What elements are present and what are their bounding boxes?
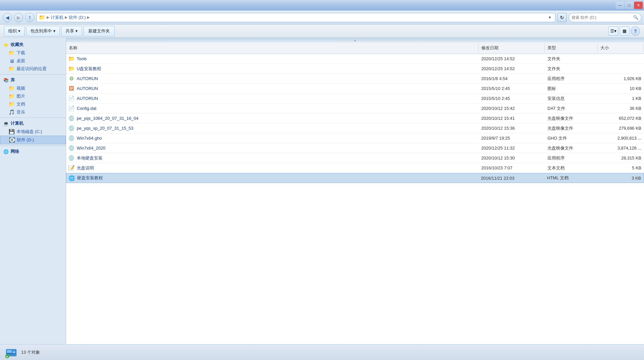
sidebar-section-computer-header[interactable]: 💻 计算机 [0, 119, 66, 128]
new-folder-label: 新建文件夹 [88, 28, 110, 34]
close-button[interactable]: ✕ [634, 2, 643, 9]
file-name-cell: 📄 AUTORUN [66, 95, 479, 102]
file-name: 硬盘安装教程 [77, 175, 103, 181]
file-name: 光盘说明 [77, 165, 94, 171]
file-name-cell: 📄 Config.dat [66, 105, 479, 112]
file-type-icon: 🌐 [68, 175, 75, 181]
sidebar-section-library-header[interactable]: 📚 库 [0, 76, 66, 84]
file-name-cell: 📝 光盘说明 [66, 165, 479, 171]
file-date: 2015/5/10 2:45 [479, 96, 545, 101]
organize-button[interactable]: 组织 ▾ [4, 26, 25, 36]
table-row[interactable]: 🌐 硬盘安装教程 2016/11/21 22:03 HTML 文档 3 KB [66, 173, 644, 183]
file-date: 2015/5/10 2:45 [479, 86, 545, 91]
docs-icon: 📁 [9, 101, 15, 107]
breadcrumb-drive[interactable]: 软件 (D:) [69, 15, 86, 21]
file-date: 2020/10/12 15:41 [479, 116, 545, 121]
table-row[interactable]: 📁 U盘安装教程 2020/12/25 14:52 文件夹 [66, 64, 644, 74]
breadcrumb-computer[interactable]: 计算机 [51, 15, 64, 21]
file-type-icon: 💿 [68, 115, 75, 122]
file-date: 2020/10/12 15:36 [479, 126, 545, 131]
table-row[interactable]: 💿 本地硬盘安装 2020/10/12 15:30 应用程序 28,315 KB [66, 153, 644, 163]
sidebar-item-recent[interactable]: 📁 最近访问的位置 [0, 65, 66, 73]
library-label: 库 [11, 77, 15, 83]
video-icon: 📁 [9, 85, 15, 91]
file-name: Config.dat [77, 106, 96, 111]
view-dropdown-button[interactable]: ☰▾ [608, 26, 618, 36]
table-row[interactable]: 💿 Win7x64.gho 2019/9/7 19:25 GHO 文件 2,90… [66, 133, 644, 143]
sidebar-item-video[interactable]: 📁 视频 [0, 84, 66, 92]
col-header-name[interactable]: 名称 [66, 44, 479, 52]
computer-icon: 💻 [3, 121, 9, 126]
search-bar[interactable]: 🔍 [569, 13, 641, 22]
sidebar-item-music[interactable]: 🎵 音乐 [0, 108, 66, 116]
maximize-button[interactable]: □ [625, 2, 633, 9]
status-disk-icon: R [5, 346, 17, 358]
window-controls: ─ □ ✕ [616, 2, 643, 9]
sidebar-item-desktop[interactable]: 🖥 桌面 [0, 57, 66, 65]
table-row[interactable]: 📁 Tools 2020/12/25 14:52 文件夹 [66, 54, 644, 64]
library-arrow: ▾ [53, 28, 56, 33]
file-name: 本地硬盘安装 [77, 155, 103, 161]
status-text: 13 个对象 [21, 349, 40, 355]
computer-label: 计算机 [11, 120, 23, 126]
new-folder-button[interactable]: 新建文件夹 [83, 26, 115, 36]
docs-label: 文档 [17, 101, 25, 107]
file-type-icon: 💿 [68, 155, 75, 161]
file-size: 3 KB [597, 176, 644, 181]
table-row[interactable]: 💿 pe_yqs_1064_20_07_31_16_04 2020/10/12 … [66, 113, 644, 123]
breadcrumb-dropdown[interactable]: ▾ [546, 14, 553, 21]
add-to-library-button[interactable]: 包含到库中 ▾ [26, 26, 60, 36]
pictures-label: 图片 [17, 93, 25, 99]
address-bar: ◀ ▶ ⇧ 📁 ▶ 计算机 ▶ 软件 (D:) ▶ ▾ ↻ 🔍 [0, 11, 644, 24]
sidebar-item-docs[interactable]: 📁 文档 [0, 100, 66, 108]
sidebar-item-downloads[interactable]: 📁 下载 [0, 49, 66, 57]
table-row[interactable]: ⚙ AUTORUN 2016/1/8 4:54 应用程序 1,926 KB [66, 74, 644, 84]
table-row[interactable]: 🖼 AUTORUN 2015/5/10 2:45 图标 10 KB [66, 84, 644, 94]
table-row[interactable]: 💿 pe_yqs_xp_20_07_31_15_53 2020/10/12 15… [66, 123, 644, 133]
file-type-icon: 📄 [68, 95, 75, 102]
favorites-icon: ⭐ [3, 42, 9, 47]
back-button[interactable]: ◀ [3, 13, 12, 22]
file-size: 3,874,126 ... [598, 146, 644, 151]
file-name-cell: 💿 pe_yqs_xp_20_07_31_15_53 [66, 125, 479, 132]
search-input[interactable] [572, 15, 632, 20]
file-name-cell: 🖼 AUTORUN [66, 85, 479, 92]
minimize-button[interactable]: ─ [616, 2, 624, 9]
sidebar-item-local-c[interactable]: 💾 本地磁盘 (C:) [0, 128, 66, 136]
breadcrumb-sep3: ▶ [87, 15, 90, 20]
sidebar-section-favorites-header[interactable]: ⭐ 收藏夹 [0, 40, 66, 49]
folder-icon: 📁 [39, 14, 45, 21]
file-name: Win7x64.gho [77, 136, 102, 141]
file-type: 安装信息 [545, 96, 598, 102]
file-type-icon: 💿 [68, 125, 75, 132]
col-header-size[interactable]: 大小 [598, 44, 644, 52]
file-name-cell: 💿 Win7x64.gho [66, 135, 479, 142]
col-header-date[interactable]: 修改日期 [479, 44, 545, 52]
file-name-cell: 💿 本地硬盘安装 [66, 155, 479, 161]
help-button[interactable]: ? [631, 26, 640, 36]
sidebar-item-local-d[interactable]: 💽 软件 (D:) [0, 136, 66, 144]
file-type-icon: 💿 [68, 135, 75, 142]
share-button[interactable]: 共享 ▾ [61, 26, 82, 36]
file-rows-container: 📁 Tools 2020/12/25 14:52 文件夹 📁 U盘安装教程 20… [66, 54, 644, 183]
organize-arrow: ▾ [18, 28, 21, 33]
sidebar-section-library: 📚 库 📁 视频 📁 图片 📁 文档 🎵 音乐 [0, 76, 66, 116]
file-type: 光盘映像文件 [545, 145, 598, 151]
toolbar: 组织 ▾ 包含到库中 ▾ 共享 ▾ 新建文件夹 ☰▾ ▦ ? [0, 24, 644, 38]
breadcrumb-bar: 📁 ▶ 计算机 ▶ 软件 (D:) ▶ ▾ [36, 13, 555, 22]
sidebar-item-pictures[interactable]: 📁 图片 [0, 92, 66, 100]
table-row[interactable]: 📝 光盘说明 2016/10/23 7:07 文本文档 5 KB [66, 163, 644, 173]
preview-button[interactable]: ▦ [620, 26, 629, 36]
desktop-label: 桌面 [17, 58, 25, 64]
table-row[interactable]: 💿 Win7x64_2020 2020/12/25 11:32 光盘映像文件 3… [66, 143, 644, 153]
sidebar-section-network-header[interactable]: 🌐 网络 [0, 147, 66, 156]
col-header-type[interactable]: 类型 [545, 44, 598, 52]
file-date: 2020/12/25 11:32 [479, 146, 545, 151]
file-type: HTML 文档 [544, 175, 597, 181]
file-date: 2016/10/23 7:07 [479, 165, 545, 170]
table-row[interactable]: 📄 AUTORUN 2015/5/10 2:45 安装信息 1 KB [66, 94, 644, 104]
table-row[interactable]: 📄 Config.dat 2020/10/12 15:42 DAT 文件 36 … [66, 104, 644, 113]
up-button[interactable]: ⇧ [25, 13, 34, 22]
forward-button[interactable]: ▶ [14, 13, 23, 22]
refresh-button[interactable]: ↻ [557, 13, 567, 22]
